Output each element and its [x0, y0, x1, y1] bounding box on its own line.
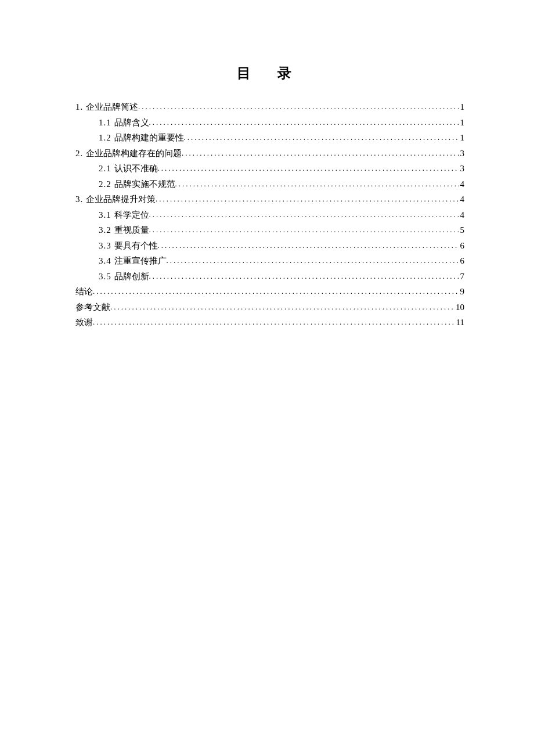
toc-leader-dots: [158, 239, 459, 252]
toc-entry-label: 2.2 品牌实施不规范: [99, 177, 175, 192]
toc-entry-number: 2.: [75, 149, 86, 158]
toc-leader-dots: [93, 285, 459, 298]
toc-entry-text: 企业品牌简述: [86, 102, 138, 111]
toc-entry-label: 3.5 品牌创新: [99, 269, 149, 285]
toc-leader-dots: [149, 208, 459, 221]
toc-entry-text: 科学定位: [114, 210, 149, 219]
toc-entry-label: 3.3 要具有个性: [99, 239, 158, 254]
toc-entry-text: 重视质量: [114, 225, 149, 235]
toc-entry-text: 认识不准确: [114, 164, 158, 173]
toc-entry: 致谢11: [75, 315, 464, 330]
toc-entry-label: 1. 企业品牌简述: [75, 100, 138, 115]
toc-leader-dots: [167, 254, 459, 267]
toc-entry-page: 7: [459, 269, 465, 285]
toc-entry-page: 11: [455, 315, 464, 330]
toc-entry-page: 4: [459, 192, 465, 207]
toc-entry: 结论9: [75, 285, 464, 300]
toc-entry-label: 3.1 科学定位: [99, 208, 149, 223]
toc-entry-text: 结论: [75, 287, 93, 296]
toc-entry: 1.2 品牌构建的重要性1: [75, 131, 464, 146]
toc-entry-number: 2.1: [99, 164, 114, 173]
toc-entry-label: 参考文献: [75, 300, 110, 315]
toc-entry-text: 品牌创新: [114, 272, 149, 281]
toc-entry-page: 4: [459, 177, 465, 192]
toc-entry: 3. 企业品牌提升对策4: [75, 192, 464, 207]
toc-leader-dots: [93, 316, 455, 329]
toc-entry: 2. 企业品牌构建存在的问题3: [75, 146, 464, 161]
toc-entry: 参考文献10: [75, 300, 464, 315]
toc-entry-number: 3.2: [99, 225, 114, 235]
toc-leader-dots: [156, 193, 459, 206]
toc-entry-label: 3. 企业品牌提升对策: [75, 192, 156, 207]
toc-entry-text: 品牌实施不规范: [114, 179, 175, 189]
toc-entry-text: 企业品牌提升对策: [86, 195, 156, 204]
toc-entry-number: 3.4: [99, 256, 114, 265]
toc-entry-label: 3.2 重视质量: [99, 223, 149, 238]
toc-entry: 3.1 科学定位4: [75, 208, 464, 223]
toc-entry: 1. 企业品牌简述1: [75, 100, 464, 115]
toc-entry-text: 企业品牌构建存在的问题: [86, 149, 182, 158]
toc-entry-label: 2. 企业品牌构建存在的问题: [75, 146, 182, 161]
toc-leader-dots: [138, 100, 459, 113]
toc-entry-text: 品牌构建的重要性: [114, 133, 184, 142]
toc-entry-text: 参考文献: [75, 303, 110, 312]
toc-entry-page: 10: [454, 300, 464, 315]
toc-entry: 3.5 品牌创新7: [75, 269, 464, 285]
toc-entry-label: 致谢: [75, 315, 93, 330]
toc-entry-page: 3: [459, 161, 465, 177]
toc-entry: 2.2 品牌实施不规范4: [75, 177, 464, 192]
toc-title: 目 录: [75, 64, 464, 82]
toc-entry-page: 4: [459, 208, 465, 223]
toc-entry-page: 5: [459, 223, 465, 238]
toc-entry-page: 6: [459, 254, 465, 269]
toc-entry-label: 2.1 认识不准确: [99, 161, 158, 177]
toc-entry-number: 3.1: [99, 210, 114, 219]
toc-leader-dots: [149, 224, 459, 236]
toc-entry: 3.4 注重宣传推广6: [75, 254, 464, 269]
toc-leader-dots: [158, 162, 459, 175]
toc-entry-number: 3.: [75, 195, 86, 204]
toc-leader-dots: [110, 301, 454, 314]
toc-entry-number: 1.: [75, 102, 86, 111]
toc-entry-text: 要具有个性: [114, 241, 158, 250]
toc-entry: 1.1 品牌含义1: [75, 116, 464, 131]
toc-entry-number: 1.1: [99, 118, 114, 127]
toc-entry-label: 3.4 注重宣传推广: [99, 254, 167, 269]
toc-leader-dots: [182, 147, 459, 160]
toc-entry: 2.1 认识不准确3: [75, 161, 464, 177]
toc-entry-number: 2.2: [99, 179, 114, 189]
toc-entry: 3.2 重视质量5: [75, 223, 464, 238]
toc-entry-text: 品牌含义: [114, 118, 149, 127]
toc-entry-number: 3.3: [99, 241, 114, 250]
toc-entry-page: 6: [459, 239, 465, 254]
toc-entry-page: 1: [459, 131, 465, 146]
toc-entry-label: 结论: [75, 285, 93, 300]
toc-entry-number: 1.2: [99, 133, 114, 142]
toc-leader-dots: [184, 131, 459, 144]
toc-entry-page: 1: [459, 116, 465, 131]
toc-entry-label: 1.1 品牌含义: [99, 116, 149, 131]
toc-entry-page: 1: [459, 100, 465, 115]
toc-entry-page: 9: [459, 285, 465, 300]
toc-leader-dots: [149, 116, 459, 129]
toc-entry-text: 致谢: [75, 318, 93, 327]
toc-entry: 3.3 要具有个性6: [75, 239, 464, 254]
toc-entry-page: 3: [459, 146, 465, 161]
toc-entry-number: 3.5: [99, 272, 114, 281]
table-of-contents: 1. 企业品牌简述11.1 品牌含义11.2 品牌构建的重要性12. 企业品牌构…: [75, 100, 464, 330]
toc-leader-dots: [149, 270, 459, 283]
toc-entry-label: 1.2 品牌构建的重要性: [99, 131, 184, 146]
toc-leader-dots: [175, 178, 459, 190]
toc-entry-text: 注重宣传推广: [114, 256, 167, 265]
